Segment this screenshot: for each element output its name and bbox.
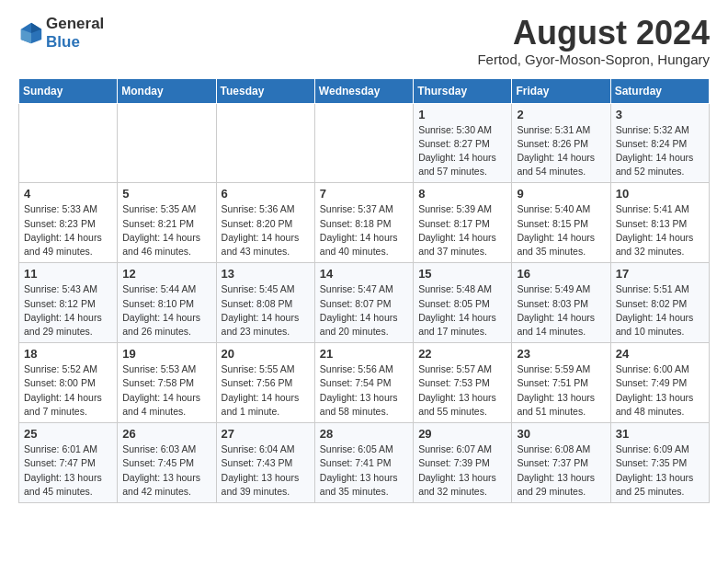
calendar-cell: 23Sunrise: 5:59 AM Sunset: 7:51 PM Dayli…	[512, 343, 610, 423]
location-title: Fertod, Gyor-Moson-Sopron, Hungary	[477, 52, 710, 67]
day-header-monday: Monday	[118, 78, 216, 103]
day-detail: Sunrise: 6:07 AM Sunset: 7:39 PM Dayligh…	[418, 442, 506, 499]
day-number: 7	[320, 187, 408, 201]
day-number: 20	[222, 347, 310, 361]
calendar-cell: 16Sunrise: 5:49 AM Sunset: 8:03 PM Dayli…	[512, 263, 610, 343]
calendar-cell: 2Sunrise: 5:31 AM Sunset: 8:26 PM Daylig…	[512, 103, 610, 183]
day-number: 6	[222, 187, 310, 201]
calendar-header-row: SundayMondayTuesdayWednesdayThursdayFrid…	[19, 78, 710, 103]
day-detail: Sunrise: 6:08 AM Sunset: 7:37 PM Dayligh…	[517, 442, 605, 499]
day-header-sunday: Sunday	[19, 78, 118, 103]
day-detail: Sunrise: 5:48 AM Sunset: 8:05 PM Dayligh…	[418, 282, 506, 339]
day-number: 11	[24, 267, 112, 281]
day-detail: Sunrise: 6:01 AM Sunset: 7:47 PM Dayligh…	[24, 442, 112, 499]
calendar-cell: 27Sunrise: 6:04 AM Sunset: 7:43 PM Dayli…	[216, 423, 314, 503]
calendar-cell: 21Sunrise: 5:56 AM Sunset: 7:54 PM Dayli…	[314, 343, 413, 423]
calendar-cell: 14Sunrise: 5:47 AM Sunset: 8:07 PM Dayli…	[314, 263, 413, 343]
day-number: 18	[24, 347, 112, 361]
day-detail: Sunrise: 5:59 AM Sunset: 7:51 PM Dayligh…	[517, 362, 605, 419]
day-number: 4	[24, 187, 112, 201]
day-detail: Sunrise: 6:05 AM Sunset: 7:41 PM Dayligh…	[320, 442, 408, 499]
day-number: 5	[122, 187, 210, 201]
day-number: 8	[418, 187, 506, 201]
calendar-cell: 15Sunrise: 5:48 AM Sunset: 8:05 PM Dayli…	[414, 263, 512, 343]
day-header-wednesday: Wednesday	[314, 78, 413, 103]
day-number: 28	[320, 427, 408, 441]
day-detail: Sunrise: 5:39 AM Sunset: 8:17 PM Dayligh…	[418, 202, 506, 259]
calendar-cell: 13Sunrise: 5:45 AM Sunset: 8:08 PM Dayli…	[216, 263, 314, 343]
calendar-cell: 6Sunrise: 5:36 AM Sunset: 8:20 PM Daylig…	[216, 183, 314, 263]
day-number: 14	[320, 267, 408, 281]
logo-icon	[18, 20, 44, 46]
calendar-cell: 17Sunrise: 5:51 AM Sunset: 8:02 PM Dayli…	[610, 263, 709, 343]
day-number: 23	[517, 347, 605, 361]
day-detail: Sunrise: 5:31 AM Sunset: 8:26 PM Dayligh…	[517, 123, 605, 179]
calendar-cell: 10Sunrise: 5:41 AM Sunset: 8:13 PM Dayli…	[610, 183, 709, 263]
month-title: August 2024	[477, 15, 710, 52]
day-detail: Sunrise: 6:03 AM Sunset: 7:45 PM Dayligh…	[122, 442, 210, 499]
day-detail: Sunrise: 5:30 AM Sunset: 8:27 PM Dayligh…	[418, 123, 506, 179]
day-number: 21	[320, 347, 408, 361]
logo-general-text: General	[46, 15, 104, 32]
day-detail: Sunrise: 5:36 AM Sunset: 8:20 PM Dayligh…	[222, 202, 310, 259]
day-number: 1	[418, 108, 506, 121]
day-detail: Sunrise: 6:04 AM Sunset: 7:43 PM Dayligh…	[222, 442, 310, 499]
calendar-cell	[314, 103, 413, 183]
day-number: 29	[418, 427, 506, 441]
calendar-cell: 30Sunrise: 6:08 AM Sunset: 7:37 PM Dayli…	[512, 423, 610, 503]
calendar-cell: 24Sunrise: 6:00 AM Sunset: 7:49 PM Dayli…	[610, 343, 709, 423]
calendar-cell	[216, 103, 314, 183]
day-header-friday: Friday	[512, 78, 610, 103]
day-header-tuesday: Tuesday	[216, 78, 314, 103]
day-detail: Sunrise: 5:52 AM Sunset: 8:00 PM Dayligh…	[24, 362, 112, 419]
day-detail: Sunrise: 5:32 AM Sunset: 8:24 PM Dayligh…	[616, 123, 704, 179]
calendar-cell	[19, 103, 118, 183]
calendar-cell: 11Sunrise: 5:43 AM Sunset: 8:12 PM Dayli…	[19, 263, 118, 343]
calendar-cell: 7Sunrise: 5:37 AM Sunset: 8:18 PM Daylig…	[314, 183, 413, 263]
day-number: 26	[122, 427, 210, 441]
calendar-cell: 3Sunrise: 5:32 AM Sunset: 8:24 PM Daylig…	[610, 103, 709, 183]
day-number: 30	[517, 427, 605, 441]
calendar-cell: 28Sunrise: 6:05 AM Sunset: 7:41 PM Dayli…	[314, 423, 413, 503]
calendar-body: 1Sunrise: 5:30 AM Sunset: 8:27 PM Daylig…	[19, 103, 710, 502]
calendar-cell: 5Sunrise: 5:35 AM Sunset: 8:21 PM Daylig…	[118, 183, 216, 263]
calendar-cell: 18Sunrise: 5:52 AM Sunset: 8:00 PM Dayli…	[19, 343, 118, 423]
calendar-week-row: 11Sunrise: 5:43 AM Sunset: 8:12 PM Dayli…	[19, 263, 710, 343]
day-number: 22	[418, 347, 506, 361]
calendar-cell: 31Sunrise: 6:09 AM Sunset: 7:35 PM Dayli…	[610, 423, 709, 503]
day-number: 2	[517, 108, 605, 121]
day-detail: Sunrise: 6:09 AM Sunset: 7:35 PM Dayligh…	[616, 442, 704, 499]
day-detail: Sunrise: 5:55 AM Sunset: 7:56 PM Dayligh…	[222, 362, 310, 419]
day-detail: Sunrise: 5:56 AM Sunset: 7:54 PM Dayligh…	[320, 362, 408, 419]
day-detail: Sunrise: 5:53 AM Sunset: 7:58 PM Dayligh…	[122, 362, 210, 419]
day-number: 31	[616, 427, 704, 441]
day-header-saturday: Saturday	[610, 78, 709, 103]
day-number: 27	[222, 427, 310, 441]
calendar-cell: 20Sunrise: 5:55 AM Sunset: 7:56 PM Dayli…	[216, 343, 314, 423]
calendar-cell: 4Sunrise: 5:33 AM Sunset: 8:23 PM Daylig…	[19, 183, 118, 263]
day-detail: Sunrise: 5:57 AM Sunset: 7:53 PM Dayligh…	[418, 362, 506, 419]
day-number: 13	[222, 267, 310, 281]
day-detail: Sunrise: 5:41 AM Sunset: 8:13 PM Dayligh…	[616, 202, 704, 259]
day-number: 24	[616, 347, 704, 361]
calendar-cell: 25Sunrise: 6:01 AM Sunset: 7:47 PM Dayli…	[19, 423, 118, 503]
calendar-cell: 22Sunrise: 5:57 AM Sunset: 7:53 PM Dayli…	[414, 343, 512, 423]
day-detail: Sunrise: 5:33 AM Sunset: 8:23 PM Dayligh…	[24, 202, 112, 259]
page-header: General Blue August 2024 Fertod, Gyor-Mo…	[18, 15, 710, 67]
calendar-cell: 12Sunrise: 5:44 AM Sunset: 8:10 PM Dayli…	[118, 263, 216, 343]
day-detail: Sunrise: 5:43 AM Sunset: 8:12 PM Dayligh…	[24, 282, 112, 339]
day-detail: Sunrise: 5:45 AM Sunset: 8:08 PM Dayligh…	[222, 282, 310, 339]
day-number: 16	[517, 267, 605, 281]
calendar-week-row: 1Sunrise: 5:30 AM Sunset: 8:27 PM Daylig…	[19, 103, 710, 183]
calendar-week-row: 4Sunrise: 5:33 AM Sunset: 8:23 PM Daylig…	[19, 183, 710, 263]
day-detail: Sunrise: 5:44 AM Sunset: 8:10 PM Dayligh…	[122, 282, 210, 339]
day-number: 9	[517, 187, 605, 201]
day-number: 3	[616, 108, 704, 121]
day-header-thursday: Thursday	[414, 78, 512, 103]
title-block: August 2024 Fertod, Gyor-Moson-Sopron, H…	[477, 15, 710, 67]
calendar-cell: 26Sunrise: 6:03 AM Sunset: 7:45 PM Dayli…	[118, 423, 216, 503]
day-number: 19	[122, 347, 210, 361]
day-number: 10	[616, 187, 704, 201]
calendar-week-row: 18Sunrise: 5:52 AM Sunset: 8:00 PM Dayli…	[19, 343, 710, 423]
calendar-cell	[118, 103, 216, 183]
